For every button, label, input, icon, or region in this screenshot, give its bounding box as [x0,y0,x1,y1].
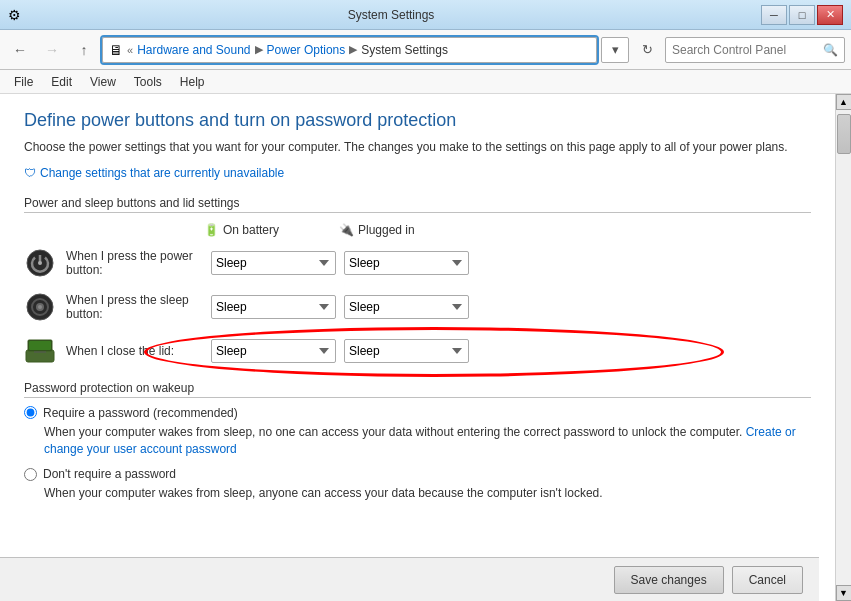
window-title: System Settings [21,8,761,22]
breadcrumb-dropdown[interactable]: ▾ [601,37,629,63]
scrollbar[interactable]: ▲ ▼ [835,94,851,601]
breadcrumb-current: System Settings [361,43,448,57]
password-section: Password protection on wakeup Require a … [24,381,811,502]
cancel-button[interactable]: Cancel [732,566,803,594]
lid-plugged-in[interactable]: SleepHibernateShut downDo nothing [344,339,469,363]
col-plugged-in: 🔌 Plugged in [339,223,474,237]
page-desc: Choose the power settings that you want … [24,139,811,156]
radio-require-desc: When your computer wakes from sleep, no … [44,424,811,458]
radio-no-password-input[interactable] [24,468,37,481]
menu-file[interactable]: File [6,73,41,91]
lid-icon [24,335,56,367]
forward-button[interactable]: → [38,36,66,64]
radio-no-password-label: Don't require a password [43,467,176,481]
maximize-button[interactable]: □ [789,5,815,25]
sleep-button-row: When I press the sleep button: SleepHibe… [24,291,811,323]
back-button[interactable]: ← [6,36,34,64]
radio-require-password: Require a password (recommended) When yo… [24,406,811,458]
menu-bar: File Edit View Tools Help [0,70,851,94]
menu-view[interactable]: View [82,73,124,91]
window-controls: ─ □ ✕ [761,5,843,25]
save-changes-button[interactable]: Save changes [614,566,724,594]
power-icon [24,247,56,279]
plug-icon: 🔌 [339,223,354,237]
scroll-down-arrow[interactable]: ▼ [836,585,852,601]
sleep-button-dropdowns: SleepHibernateShut downDo nothing SleepH… [211,295,469,319]
sleep-button-on-battery[interactable]: SleepHibernateShut downDo nothing [211,295,336,319]
svg-point-1 [38,261,42,265]
breadcrumb-hardware[interactable]: Hardware and Sound [137,43,250,57]
title-bar: ⚙ System Settings ─ □ ✕ [0,0,851,30]
account-password-link[interactable]: Create or change your user account passw… [44,425,796,456]
search-box: 🔍 [665,37,845,63]
lid-row: When I close the lid: SleepHibernateShut… [24,335,811,367]
power-button-row: When I press the power button: SleepHibe… [24,247,811,279]
power-button-dropdowns: SleepHibernateShut downDo nothing SleepH… [211,251,469,275]
breadcrumb-icon: 🖥 [109,42,123,58]
up-button[interactable]: ↑ [70,36,98,64]
battery-icon: 🔋 [204,223,219,237]
sleep-button-plugged-in[interactable]: SleepHibernateShut downDo nothing [344,295,469,319]
radio-require-input[interactable] [24,406,37,419]
content-area: Define power buttons and turn on passwor… [0,94,835,601]
sleep-button-label: When I press the sleep button: [66,293,211,321]
search-icon: 🔍 [823,43,838,57]
close-button[interactable]: ✕ [817,5,843,25]
section2-title: Password protection on wakeup [24,381,811,398]
lid-dropdowns: SleepHibernateShut downDo nothing SleepH… [211,339,469,363]
refresh-button[interactable]: ↻ [633,36,661,64]
lid-on-battery[interactable]: SleepHibernateShut downDo nothing [211,339,336,363]
address-bar: ← → ↑ 🖥 « Hardware and Sound ▶ Power Opt… [0,30,851,70]
svg-point-5 [38,305,42,309]
scroll-thumb[interactable] [837,114,851,154]
footer: Save changes Cancel [0,557,819,601]
minimize-button[interactable]: ─ [761,5,787,25]
search-input[interactable] [672,43,823,57]
menu-tools[interactable]: Tools [126,73,170,91]
scroll-up-arrow[interactable]: ▲ [836,94,852,110]
menu-help[interactable]: Help [172,73,213,91]
breadcrumb-power[interactable]: Power Options [267,43,346,57]
radio-no-password-desc: When your computer wakes from sleep, any… [44,485,811,502]
radio-no-password: Don't require a password When your compu… [24,467,811,502]
power-button-label: When I press the power button: [66,249,211,277]
sleep-icon [24,291,56,323]
settings-link[interactable]: 🛡 Change settings that are currently una… [24,166,811,180]
main-content: Define power buttons and turn on passwor… [0,94,851,601]
breadcrumb: 🖥 « Hardware and Sound ▶ Power Options ▶… [102,37,597,63]
power-button-plugged-in[interactable]: SleepHibernateShut downDo nothing [344,251,469,275]
radio-require-label: Require a password (recommended) [43,406,238,420]
page-title: Define power buttons and turn on passwor… [24,110,811,131]
menu-edit[interactable]: Edit [43,73,80,91]
column-headers: 🔋 On battery 🔌 Plugged in [204,223,811,237]
window-icon: ⚙ [8,7,21,23]
col-on-battery: 🔋 On battery [204,223,339,237]
power-button-on-battery[interactable]: SleepHibernateShut downDo nothing [211,251,336,275]
shield-icon: 🛡 [24,166,36,180]
section1-title: Power and sleep buttons and lid settings [24,196,811,213]
svg-rect-8 [29,341,51,350]
lid-label: When I close the lid: [66,344,211,358]
